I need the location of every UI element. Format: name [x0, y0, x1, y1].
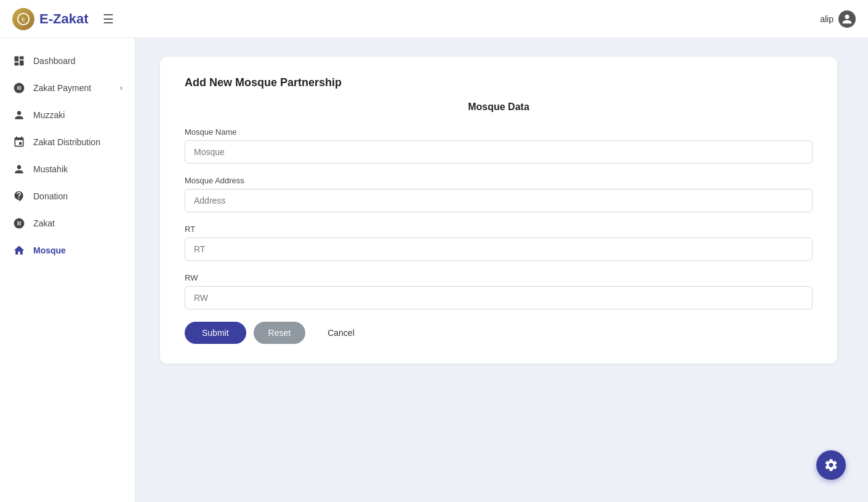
mosque-icon [12, 244, 26, 257]
sidebar-item-label: Zakat [33, 218, 55, 228]
sidebar-item-label: Dashboard [33, 56, 76, 66]
cancel-button[interactable]: Cancel [313, 322, 369, 344]
mosque-address-label: Mosque Address [185, 176, 813, 185]
reset-button[interactable]: Reset [254, 322, 306, 344]
form-section-title: Mosque Data [185, 102, 813, 113]
submit-button[interactable]: Submit [185, 322, 246, 344]
sidebar-item-label: Zakat Payment [33, 83, 91, 93]
mosque-address-group: Mosque Address [185, 176, 813, 212]
rt-group: RT [185, 225, 813, 261]
sidebar-item-label: Mustahik [33, 164, 68, 174]
sidebar-item-label: Mosque [33, 245, 66, 255]
mosque-name-group: Mosque Name [185, 127, 813, 164]
donation-icon [12, 189, 26, 203]
rw-label: RW [185, 273, 813, 282]
sidebar-item-label: Zakat Distribution [33, 137, 100, 147]
main-layout: Dashboard Zakat Payment › Muzzaki Zakat … [0, 38, 868, 502]
mustahik-icon [12, 162, 26, 176]
sidebar-item-mosque[interactable]: Mosque [0, 237, 135, 263]
sidebar-item-zakat-distribution[interactable]: Zakat Distribution [0, 129, 135, 155]
sidebar-item-zakat-payment[interactable]: Zakat Payment › [0, 75, 135, 101]
mosque-name-input[interactable] [185, 140, 813, 164]
sidebar-item-zakat[interactable]: Zakat [0, 210, 135, 236]
form-actions: Submit Reset Cancel [185, 322, 813, 344]
svg-text:E: E [22, 17, 25, 22]
zakat-payment-icon [12, 81, 26, 95]
rw-group: RW [185, 273, 813, 309]
brand-name: E-Zakat [39, 11, 88, 27]
rw-input[interactable] [185, 286, 813, 309]
zakat-icon [12, 217, 26, 230]
brand-logo-icon: E [12, 8, 34, 30]
dashboard-icon [12, 54, 26, 68]
user-avatar[interactable] [838, 10, 856, 28]
sidebar-item-label: Muzzaki [33, 110, 65, 120]
zakat-distribution-icon [12, 135, 26, 149]
sidebar-item-mustahik[interactable]: Mustahik [0, 156, 135, 182]
muzzaki-icon [12, 108, 26, 122]
mosque-address-input[interactable] [185, 189, 813, 212]
sidebar-item-muzzaki[interactable]: Muzzaki [0, 102, 135, 128]
username-label: alip [820, 14, 834, 24]
sidebar: Dashboard Zakat Payment › Muzzaki Zakat … [0, 38, 135, 502]
rt-input[interactable] [185, 237, 813, 261]
sidebar-item-dashboard[interactable]: Dashboard [0, 48, 135, 74]
fab-button[interactable] [816, 450, 846, 480]
form-card-title: Add New Mosque Partnership [185, 76, 813, 89]
topnav: E E-Zakat ☰ alip [0, 0, 868, 38]
sidebar-item-label: Donation [33, 191, 68, 201]
brand-link[interactable]: E E-Zakat [12, 8, 88, 30]
sidebar-item-donation[interactable]: Donation [0, 183, 135, 209]
main-content: Add New Mosque Partnership Mosque Data M… [135, 38, 868, 502]
form-card: Add New Mosque Partnership Mosque Data M… [160, 57, 837, 364]
mosque-name-label: Mosque Name [185, 127, 813, 137]
hamburger-button[interactable]: ☰ [103, 12, 114, 26]
chevron-icon: › [120, 84, 123, 92]
user-menu: alip [820, 10, 856, 28]
rt-label: RT [185, 225, 813, 234]
